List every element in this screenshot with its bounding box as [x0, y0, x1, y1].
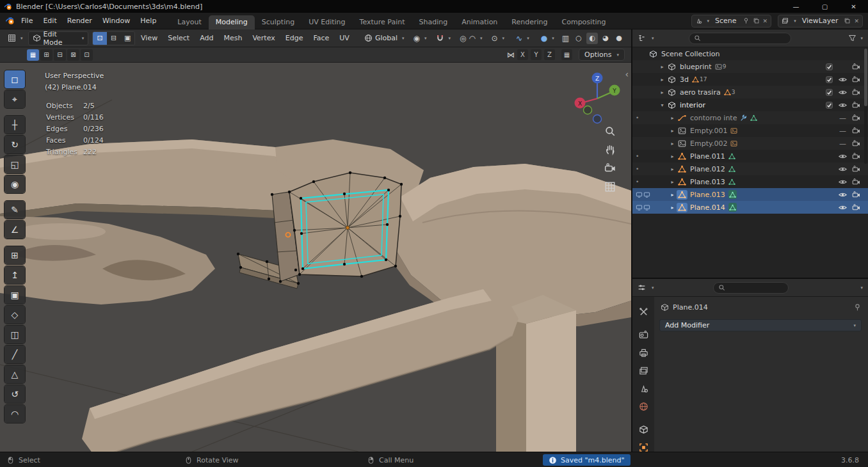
overlays-button[interactable]: ● ▾ [537, 31, 558, 45]
shading-rendered-button[interactable]: ● [613, 33, 625, 44]
tool-move-button[interactable]: ┼ [4, 116, 25, 134]
minimize-button[interactable]: — [782, 0, 810, 13]
outliner-search-input[interactable] [689, 33, 791, 44]
select-extend-button[interactable]: ⊞ [40, 49, 52, 61]
close-button[interactable]: ✕ [839, 0, 868, 13]
unlink-scene-icon[interactable]: ✕ [763, 18, 768, 24]
camera-visibility-toggle[interactable] [849, 165, 863, 173]
hidden-eye-toggle[interactable]: — [836, 127, 849, 135]
workspace-tab-shading[interactable]: Shading [412, 15, 455, 29]
menu-help[interactable]: Help [135, 15, 161, 28]
tab-world[interactable] [632, 398, 654, 415]
gizmo-x-label[interactable]: X [578, 100, 582, 107]
outliner-row-interior[interactable]: ▾ interior [632, 99, 868, 111]
camera-visibility-toggle[interactable] [849, 139, 863, 148]
outliner-row-plane-014-active[interactable]: ▸ Plane.014 [632, 201, 868, 214]
saved-notification[interactable]: Saved "m4.blend" [543, 454, 631, 466]
camera-visibility-toggle[interactable] [849, 88, 863, 97]
camera-visibility-toggle[interactable] [849, 114, 863, 122]
hide-eye-toggle[interactable] [836, 203, 849, 212]
workspace-tab-rendering[interactable]: Rendering [504, 15, 554, 29]
menu-render[interactable]: Render [62, 15, 97, 28]
hide-eye-toggle[interactable] [836, 101, 849, 109]
tool-rotate-button[interactable]: ↻ [4, 136, 25, 154]
xray-toggle[interactable]: ▥ [562, 34, 569, 43]
disclosure-icon[interactable]: ▸ [658, 90, 666, 95]
tab-output[interactable] [632, 344, 654, 361]
new-viewlayer-icon[interactable] [844, 17, 851, 24]
outliner-row-empty-001[interactable]: ▸ Empty.001 — [632, 124, 868, 137]
tab-render[interactable] [632, 326, 654, 343]
hide-eye-toggle[interactable] [836, 152, 849, 161]
pin-icon[interactable] [743, 17, 750, 24]
tool-transform-button[interactable]: ◉ [4, 175, 25, 193]
outliner-row-aero-trasira[interactable]: ▸ aero trasira 3 [632, 86, 868, 99]
shading-solid-button[interactable]: ◐ [586, 33, 598, 44]
hide-eye-toggle[interactable] [836, 191, 849, 199]
outliner-row-plane-011[interactable]: • ▸ Plane.011 [632, 150, 868, 162]
hide-eye-toggle[interactable] [836, 88, 849, 97]
menu-mesh[interactable]: Mesh [219, 34, 246, 42]
mirror-x-button[interactable]: X [517, 49, 528, 60]
camera-visibility-toggle[interactable] [849, 203, 863, 212]
menu-view[interactable]: View [136, 34, 162, 42]
shading-wireframe-button[interactable]: ○ [573, 33, 584, 44]
select-invert-button[interactable]: ⊠ [67, 49, 79, 61]
select-new-button[interactable]: ▦ [27, 49, 39, 61]
hide-eye-toggle[interactable] [836, 75, 849, 84]
tool-measure-button[interactable]: ∠ [4, 221, 25, 239]
menu-edit[interactable]: Edit [38, 15, 61, 28]
outliner-row-empty-002[interactable]: ▸ Empty.002 — [632, 137, 868, 150]
outliner-row-plane-013-selected[interactable]: ▸ Plane.013 [632, 188, 868, 201]
outliner-row-3d[interactable]: ▸ 3d 17 [632, 73, 868, 86]
tool-select-box-button[interactable]: ◻ [4, 70, 25, 88]
tool-annotate-button[interactable]: ✎ [4, 201, 25, 219]
tool-poly-build-button[interactable]: △ [4, 365, 25, 383]
editor-type-button[interactable]: ▾ [4, 31, 27, 45]
disclosure-icon[interactable]: ▸ [668, 166, 677, 172]
tool-knife-button[interactable]: ╱ [4, 345, 25, 363]
shading-material-button[interactable]: ◕ [600, 33, 611, 44]
hidden-eye-toggle[interactable]: — [836, 114, 849, 122]
menu-vertex[interactable]: Vertex [248, 34, 279, 42]
disclosure-icon[interactable]: ▸ [668, 141, 677, 146]
tab-view-layer[interactable] [632, 362, 654, 379]
tool-loop-cut-button[interactable]: ◫ [4, 326, 25, 344]
collapse-region-arrow[interactable]: ‹ [625, 69, 629, 79]
workspace-tab-animation[interactable]: Animation [454, 15, 504, 29]
outliner-row-plane-013[interactable]: • ▸ Plane.013 [632, 175, 868, 188]
outliner-row-blueprint[interactable]: ▸ blueprint 9 [632, 60, 868, 73]
disclosure-icon[interactable]: ▸ [658, 77, 666, 83]
camera-visibility-toggle[interactable] [849, 75, 863, 84]
tab-collection[interactable] [632, 421, 654, 438]
disclosure-icon[interactable]: ▸ [668, 205, 677, 210]
tool-bevel-button[interactable]: ◇ [4, 306, 25, 324]
properties-search-input[interactable] [713, 282, 789, 294]
hide-eye-toggle[interactable] [836, 165, 849, 173]
camera-visibility-toggle[interactable] [849, 101, 863, 109]
tool-inset-faces-button[interactable]: ▣ [4, 286, 25, 304]
chevron-down-icon[interactable]: ▾ [860, 285, 863, 290]
camera-visibility-toggle[interactable] [849, 191, 863, 199]
exclude-checkbox[interactable] [823, 88, 836, 97]
disclosure-icon[interactable]: ▾ [658, 102, 666, 108]
workspace-tab-texture-paint[interactable]: Texture Paint [353, 15, 412, 29]
tool-add-cube-button[interactable]: ⊞ [4, 246, 25, 264]
new-scene-icon[interactable] [753, 17, 760, 24]
tab-scene[interactable] [632, 380, 654, 397]
outliner-editor-icon[interactable] [638, 34, 646, 42]
disclosure-icon[interactable]: ▸ [668, 179, 677, 185]
filter-funnel-icon[interactable] [848, 34, 856, 42]
disclosure-icon[interactable]: ▸ [658, 64, 666, 70]
menu-file[interactable]: File [16, 15, 38, 28]
workspace-tab-modeling[interactable]: Modeling [209, 15, 255, 29]
face-select-button[interactable]: ▣ [120, 32, 134, 45]
remove-viewlayer-icon[interactable]: ✕ [854, 18, 859, 24]
tab-tool[interactable] [632, 303, 654, 320]
menu-select[interactable]: Select [163, 34, 194, 42]
properties-editor-icon[interactable] [638, 283, 646, 292]
snap-grid-button[interactable]: ▦ [561, 49, 572, 60]
select-intersect-button[interactable]: ⊡ [81, 49, 93, 61]
camera-visibility-toggle[interactable] [849, 152, 863, 161]
options-button[interactable]: Options ▾ [579, 49, 625, 61]
